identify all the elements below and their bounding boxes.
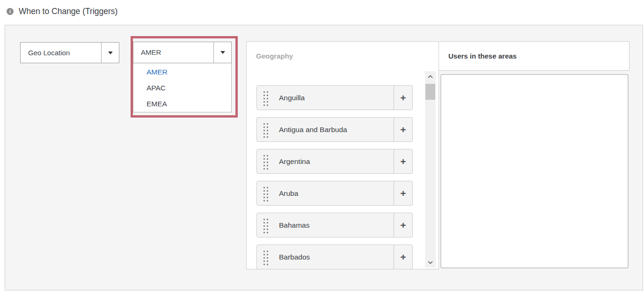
users-header-label: Users in these areas (448, 52, 517, 60)
geography-header-label: Geography (256, 52, 293, 60)
scroll-up-icon[interactable] (425, 72, 436, 81)
region-select[interactable]: AMER (133, 42, 232, 63)
drag-handle-icon[interactable] (262, 122, 268, 138)
chevron-down-icon (220, 51, 225, 54)
info-icon[interactable]: i (7, 8, 14, 15)
list-item-anguilla[interactable]: Anguilla + (256, 85, 413, 110)
region-option-emea[interactable]: EMEA (133, 96, 231, 112)
page-header: i When to Change (Triggers) (7, 7, 117, 16)
screen: i When to Change (Triggers) Geo Location… (0, 0, 644, 297)
list-item-barbados[interactable]: Barbados + (256, 245, 413, 269)
scrollbar-thumb[interactable] (425, 84, 435, 100)
drag-handle-icon[interactable] (262, 217, 268, 233)
list-item-label: Anguilla (279, 94, 394, 102)
region-option-apac[interactable]: APAC (133, 80, 231, 96)
region-dropdown-button[interactable] (213, 42, 231, 63)
page-title: When to Change (Triggers) (19, 7, 117, 16)
list-item-label: Bahamas (279, 221, 394, 230)
add-button[interactable]: + (394, 118, 412, 141)
drag-handle-icon[interactable] (262, 186, 268, 201)
add-button[interactable]: + (394, 181, 412, 205)
add-button[interactable]: + (394, 245, 412, 269)
users-drop-area[interactable] (440, 74, 629, 268)
trigger-type-value: Geo Location (21, 43, 101, 63)
drag-handle-icon[interactable] (262, 249, 268, 265)
trigger-type-dropdown-button[interactable] (101, 43, 119, 63)
chevron-down-icon (108, 52, 113, 54)
geography-column-header: Geography (246, 41, 439, 71)
list-item-label: Aruba (279, 189, 394, 198)
region-option-list: AMER APAC EMEA (133, 63, 232, 112)
list-item-label: Antigua and Barbuda (279, 126, 394, 134)
drag-handle-icon[interactable] (262, 154, 268, 170)
list-item-label: Argentina (279, 157, 394, 166)
list-item-antigua-and-barbuda[interactable]: Antigua and Barbuda + (256, 117, 413, 142)
geography-list: Anguilla + Antigua and Barbuda + Argenti… (246, 70, 439, 269)
list-item-argentina[interactable]: Argentina + (256, 149, 413, 174)
add-button[interactable]: + (394, 213, 412, 237)
list-item-aruba[interactable]: Aruba + (256, 181, 413, 206)
add-button[interactable]: + (394, 86, 412, 110)
add-button[interactable]: + (394, 149, 412, 173)
geography-scrollbar[interactable] (425, 71, 436, 267)
list-item-bahamas[interactable]: Bahamas + (256, 213, 413, 238)
drag-handle-icon[interactable] (262, 90, 268, 106)
region-option-amer[interactable]: AMER (133, 64, 231, 80)
region-select-value: AMER (133, 42, 213, 63)
scroll-down-icon[interactable] (425, 258, 436, 267)
list-item-label: Barbados (279, 253, 394, 261)
trigger-type-select[interactable]: Geo Location (20, 42, 119, 63)
users-column-header: Users in these areas (439, 41, 629, 71)
